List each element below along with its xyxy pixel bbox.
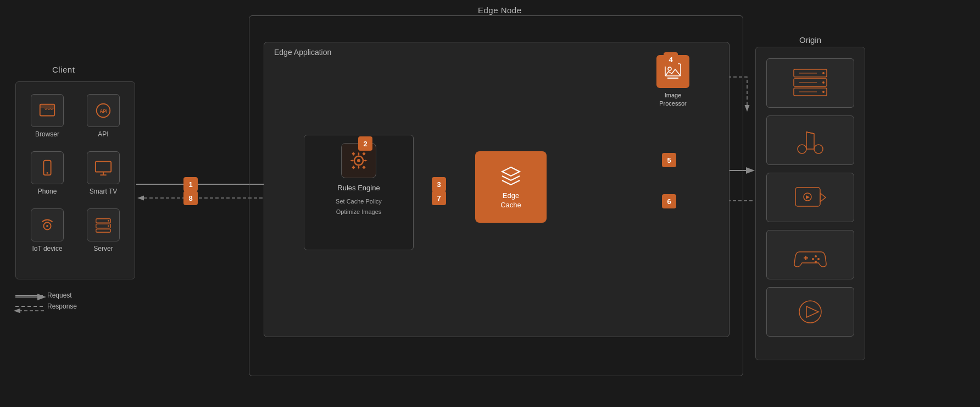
rules-engine-sub: Set Cache Policy Optimize Images	[336, 196, 382, 217]
browser-icon: www	[38, 101, 57, 120]
client-item-iot: IoT device	[21, 203, 73, 256]
client-item-smarttv: Smart TV	[77, 146, 129, 199]
svg-point-29	[668, 67, 671, 70]
svg-point-50	[815, 255, 817, 257]
svg-point-36	[822, 91, 825, 93]
client-item-api: API API	[77, 89, 129, 141]
client-grid: www Browser API API	[16, 82, 135, 262]
client-box: www Browser API API	[15, 81, 135, 279]
svg-point-24	[108, 220, 109, 222]
edge-application-label: Edge Application	[274, 48, 331, 57]
origin-box: Origin	[755, 47, 865, 360]
diagram-container: Client www Browser A	[0, 0, 980, 407]
origin-server-icon	[766, 58, 854, 108]
badge-2: 2	[358, 136, 372, 151]
legend-request: Request	[15, 292, 77, 299]
svg-marker-47	[806, 195, 810, 199]
origin-music-icon	[766, 116, 854, 165]
request-line	[15, 295, 43, 296]
iot-icon-box	[31, 208, 64, 241]
svg-point-15	[47, 172, 48, 174]
music-icon	[791, 124, 829, 157]
svg-point-25	[108, 225, 109, 227]
badge-4: 4	[664, 52, 678, 67]
svg-rect-16	[96, 162, 111, 172]
browser-icon-box: www	[31, 94, 64, 127]
server-rack-icon	[788, 67, 832, 100]
smarttv-icon	[94, 158, 113, 177]
phone-label: Phone	[38, 188, 57, 195]
badge-8: 8	[183, 191, 198, 205]
smarttv-label: Smart TV	[90, 188, 117, 195]
client-item-server: Server	[77, 203, 129, 256]
svg-rect-23	[96, 229, 110, 233]
phone-icon-box	[31, 151, 64, 184]
svg-point-53	[815, 261, 817, 263]
origin-video-icon	[766, 173, 854, 222]
origin-label: Origin	[799, 35, 821, 45]
svg-point-26	[357, 159, 360, 162]
svg-point-34	[822, 72, 825, 74]
client-item-phone: Phone	[21, 146, 73, 199]
legend-response: Response	[15, 302, 77, 310]
image-processor-label: ImageProcessor	[659, 91, 687, 108]
edge-node-label: Edge Node	[478, 6, 522, 15]
server-icon	[94, 216, 113, 234]
play-icon	[791, 295, 829, 328]
edge-cache-box: Edge Cache	[475, 151, 547, 223]
badge-6: 6	[662, 194, 676, 208]
svg-line-43	[806, 132, 814, 134]
svg-point-51	[817, 258, 820, 260]
browser-label: Browser	[35, 130, 59, 138]
rules-engine-title: Rules Engine	[337, 184, 380, 192]
badge-1: 1	[183, 177, 198, 191]
badge-5: 5	[662, 153, 676, 167]
svg-marker-45	[820, 193, 826, 202]
svg-point-40	[798, 145, 806, 153]
client-item-browser: www Browser	[21, 89, 73, 141]
smarttv-icon-box	[87, 151, 120, 184]
svg-point-52	[812, 258, 814, 260]
origin-game-icon	[766, 230, 854, 279]
iot-icon	[38, 216, 57, 234]
video-icon	[791, 181, 829, 214]
api-icon: API	[94, 101, 113, 120]
svg-marker-55	[806, 306, 818, 317]
origin-play-icon	[766, 287, 854, 337]
svg-point-20	[46, 225, 48, 227]
api-label: API	[98, 130, 108, 138]
client-label: Client	[52, 65, 75, 74]
api-icon-box: API	[87, 94, 120, 127]
edge-cache-icon	[499, 164, 523, 188]
svg-point-41	[814, 145, 823, 153]
phone-icon	[38, 158, 57, 177]
svg-text:API: API	[99, 108, 107, 114]
badge-7: 7	[432, 191, 446, 205]
edge-cache-label: Edge Cache	[500, 191, 521, 210]
response-line	[15, 306, 43, 307]
rules-engine-box: Rules Engine Set Cache Policy Optimize I…	[304, 135, 414, 250]
server-icon-box	[87, 208, 120, 241]
iot-label: IoT device	[32, 245, 62, 252]
badge-3: 3	[432, 177, 446, 191]
gear-icon	[348, 150, 370, 172]
gamepad-icon	[791, 238, 829, 271]
request-label: Request	[47, 292, 72, 299]
server-label: Server	[93, 245, 113, 252]
legend: Request Response	[15, 292, 77, 310]
svg-text:www: www	[44, 106, 54, 111]
response-label: Response	[47, 302, 77, 310]
svg-point-35	[822, 81, 825, 84]
svg-marker-27	[502, 167, 520, 176]
